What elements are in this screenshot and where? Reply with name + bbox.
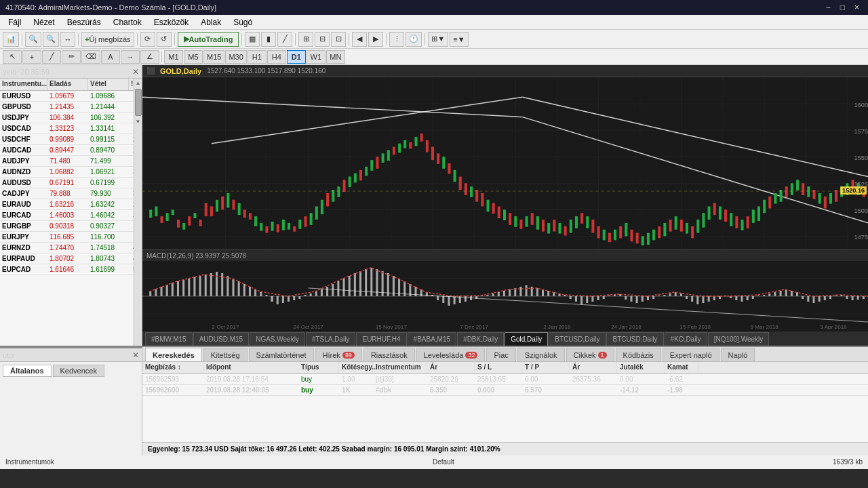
arrow-tool[interactable]: →: [121, 50, 140, 64]
new-chart-btn[interactable]: 📊: [3, 32, 19, 47]
fit-chart-btn[interactable]: ⊡: [331, 32, 346, 47]
instrument-row[interactable]: CADJPY 79.888 79.930 32: [0, 188, 134, 199]
profiles-btn[interactable]: ≡▼: [450, 32, 468, 47]
instrument-row[interactable]: AUDJPY 71.480 71.499 19: [0, 156, 134, 167]
scroll-btn[interactable]: ↔: [60, 32, 75, 47]
menu-insert[interactable]: Beszúrás: [62, 16, 106, 28]
zoom-chart-btn[interactable]: ⊞: [298, 32, 313, 47]
tab-trading[interactable]: Kereskedés: [145, 348, 202, 361]
instrument-row[interactable]: AUDCAD 0.89447 0.89470 23: [0, 145, 134, 156]
zoom-chart-out-btn[interactable]: ⊟: [315, 32, 330, 47]
sym-tab-tsla[interactable]: #TSLA,Daily: [306, 332, 356, 346]
clock-btn[interactable]: 🕐: [406, 32, 422, 47]
menu-help[interactable]: Súgó: [228, 16, 258, 28]
sym-tab-nq100[interactable]: [NQ100],Weekly: [708, 332, 770, 346]
sym-tab-dbk[interactable]: #DBK,Daily: [457, 332, 504, 346]
chart-type-line[interactable]: ╱: [277, 32, 292, 47]
instrument-row[interactable]: USDCAD 1.33123 1.33141 18: [0, 123, 134, 134]
autotrading-btn[interactable]: ▶ AutoTrading: [178, 32, 239, 47]
tf-m1[interactable]: M1: [164, 50, 183, 64]
instrument-row[interactable]: EURUSD 1.09679 1.09686 7: [0, 91, 134, 102]
scroll-up-arrow[interactable]: ▲: [136, 80, 141, 86]
tf-w1[interactable]: W1: [307, 50, 326, 64]
menu-file[interactable]: Fájl: [3, 16, 26, 28]
instrument-row[interactable]: EURAUD 1.63216 1.63242 26: [0, 199, 134, 210]
crosshair-tool[interactable]: +: [22, 50, 41, 64]
reload-btn[interactable]: ↺: [157, 32, 172, 47]
history-btn[interactable]: ⟳: [140, 32, 155, 47]
pencil-tool[interactable]: ✏: [62, 50, 81, 64]
tab-history[interactable]: Számlatörténet: [249, 348, 314, 361]
menu-charts[interactable]: Chartok: [108, 16, 147, 28]
instrument-row[interactable]: USDCHF 0.99089 0.99115 26: [0, 134, 134, 145]
tab-alerts[interactable]: Riasztások: [363, 348, 415, 361]
tf-m5[interactable]: M5: [184, 50, 203, 64]
instrument-row[interactable]: EURNZD 1.74470 1.74518 48: [0, 243, 134, 253]
zoom-in-btn[interactable]: 🔍: [25, 32, 41, 47]
order-tab-favorites[interactable]: Kedvencek: [53, 365, 104, 377]
window-controls[interactable]: − □ ×: [823, 3, 863, 12]
line-tool[interactable]: ╱: [42, 50, 61, 64]
panel-close-btn[interactable]: ✕: [132, 67, 139, 77]
sym-tab-bmw[interactable]: #BMW,M15: [145, 332, 193, 346]
chart-type-candle[interactable]: ▮: [261, 32, 276, 47]
templates-btn[interactable]: ⊞▼: [428, 32, 448, 47]
text-tool[interactable]: A: [101, 50, 120, 64]
trade-row[interactable]: 156962593 2019.08.28 17:16:54 buy 1.00 […: [142, 374, 868, 385]
angle-tool[interactable]: ∠: [140, 50, 159, 64]
zoom-out-btn[interactable]: 🔍: [43, 32, 59, 47]
sym-tab-ko[interactable]: #KO,Daily: [665, 332, 707, 346]
tab-market[interactable]: Piac: [486, 348, 515, 361]
main-price-chart[interactable]: 1600 1575 1550 1525 1500 1475 1520.16: [142, 77, 868, 249]
instrument-row[interactable]: AUDUSD 0.67191 0.67199 8: [0, 178, 134, 188]
scroll-track[interactable]: ▲ ▼: [134, 79, 142, 346]
menu-window[interactable]: Ablak: [195, 16, 226, 28]
sym-tab-audusd[interactable]: AUDUSD,M15: [193, 332, 249, 346]
tab-expert-log[interactable]: Expert napló: [663, 348, 719, 361]
instrument-row[interactable]: EURCAD 1.46003 1.46042 39: [0, 210, 134, 221]
trade-row[interactable]: 156962600 2019.08.28 12:40:05 buy 1K #db…: [142, 385, 868, 396]
sym-tab-gold[interactable]: Gold,Daily: [505, 332, 548, 346]
tf-h1[interactable]: H1: [248, 50, 267, 64]
scroll-right-btn[interactable]: ▶: [368, 32, 383, 47]
sym-tab-eurhuf[interactable]: EURHUF,H4: [356, 332, 406, 346]
tf-d1[interactable]: D1: [287, 50, 306, 64]
eraser-tool[interactable]: ⌫: [81, 50, 100, 64]
tf-m30[interactable]: M30: [225, 50, 246, 64]
instrument-row[interactable]: USDJPY 106.384 106.392 8: [0, 113, 134, 123]
scroll-left-btn[interactable]: ◀: [352, 32, 367, 47]
scroll-down-arrow[interactable]: ▼: [136, 119, 141, 125]
instrument-row[interactable]: EURGBP 0.90318 0.90327 9: [0, 221, 134, 232]
instrument-row[interactable]: EURPAUD 1.80702 1.80743 41: [0, 253, 134, 264]
tab-mailbox[interactable]: Levelesláda32: [416, 348, 486, 361]
menu-tools[interactable]: Eszközök: [149, 16, 194, 28]
maximize-button[interactable]: □: [837, 3, 848, 12]
tf-mn[interactable]: MN: [326, 50, 345, 64]
period-separators-btn[interactable]: ⋮: [389, 32, 404, 47]
tab-codebase[interactable]: Kódbázis: [616, 348, 661, 361]
sym-tab-ngas[interactable]: NGAS,Weekly: [250, 332, 305, 346]
instrument-row[interactable]: EURJPY 116.685 116.700 15: [0, 232, 134, 243]
close-button[interactable]: ×: [851, 3, 863, 12]
minimize-button[interactable]: −: [823, 3, 834, 12]
order-tab-general[interactable]: Általanos: [3, 365, 52, 377]
tab-signals[interactable]: Szignálok: [517, 348, 565, 361]
tab-log[interactable]: Napló: [721, 348, 755, 361]
tf-m15[interactable]: M15: [203, 50, 224, 64]
scroll-thumb[interactable]: [135, 89, 142, 116]
menu-view[interactable]: Nézet: [28, 16, 60, 28]
sym-tab-btcusd1[interactable]: BTCUSD,Daily: [549, 332, 606, 346]
tab-articles[interactable]: Cikkek1: [566, 348, 614, 361]
instrument-row[interactable]: GBPUSD 1.21435 1.21444 9: [0, 102, 134, 113]
tab-news[interactable]: Hírek99: [315, 348, 362, 361]
cursor-tool[interactable]: ↖: [3, 50, 22, 64]
new-order-btn[interactable]: + Új megbízás: [81, 32, 134, 47]
tab-exposure[interactable]: Kitettség: [203, 348, 248, 361]
instrument-row[interactable]: EUPCAD 1.61646 1.61699 53: [0, 264, 134, 275]
chart-type-bar[interactable]: ▦: [245, 32, 260, 47]
order-panel-close[interactable]: ✕: [132, 350, 139, 360]
instrument-row[interactable]: AUDNZD 1.06882 1.06921 39: [0, 167, 134, 178]
tf-h4[interactable]: H4: [267, 50, 286, 64]
sym-tab-btcusd2[interactable]: BTCUSD,Daily: [606, 332, 663, 346]
sym-tab-baba[interactable]: #BABA,M15: [408, 332, 456, 346]
